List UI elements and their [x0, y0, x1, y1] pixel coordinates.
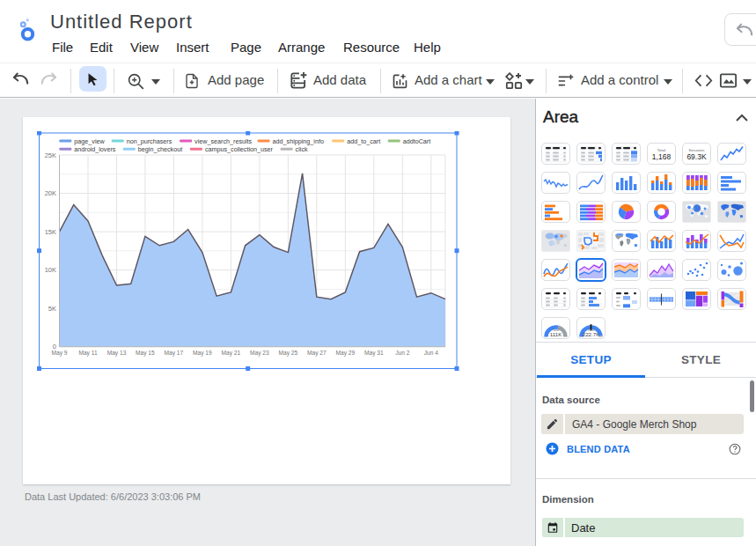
svg-text:non_purchasers: non_purchasers — [127, 137, 172, 145]
svg-text:May 11: May 11 — [78, 350, 97, 357]
svg-text:May 15: May 15 — [136, 350, 155, 357]
svg-text:May 13: May 13 — [107, 350, 127, 357]
svg-text:Total: Total — [657, 148, 665, 152]
svg-text:May 21: May 21 — [222, 350, 241, 357]
svg-text:222.7K: 222.7K — [583, 331, 600, 337]
svg-text:May 31: May 31 — [364, 350, 384, 357]
svg-text:add_to_cart: add_to_cart — [347, 137, 380, 145]
svg-text:android_lovers: android_lovers — [74, 145, 116, 153]
svg-text:begin_checkout: begin_checkout — [138, 145, 182, 153]
svg-text:69.3K: 69.3K — [686, 152, 707, 161]
svg-text:May 9: May 9 — [52, 350, 68, 357]
svg-text:Jun 2: Jun 2 — [395, 350, 409, 356]
svg-text:click: click — [296, 145, 308, 153]
svg-text:15K: 15K — [45, 228, 56, 236]
svg-text:10K: 10K — [45, 266, 56, 274]
svg-text:campus_collection_user: campus_collection_user — [205, 145, 274, 153]
svg-text:view_search_results: view_search_results — [195, 137, 253, 145]
svg-text:May 23: May 23 — [250, 350, 269, 357]
svg-text:May 29: May 29 — [335, 350, 355, 357]
svg-text:page_view: page_view — [74, 137, 105, 145]
svg-text:Sessions: Sessions — [689, 148, 706, 152]
svg-text:May 17: May 17 — [165, 350, 184, 357]
svg-text:add_shipping_info: add_shipping_info — [273, 137, 324, 145]
svg-text:111K: 111K — [550, 331, 562, 337]
svg-text:20K: 20K — [45, 189, 56, 197]
svg-text:25K: 25K — [45, 151, 56, 159]
svg-text:Jun 4: Jun 4 — [424, 350, 438, 356]
svg-text:5K: 5K — [48, 305, 56, 313]
svg-text:addtoCart: addtoCart — [403, 137, 431, 145]
svg-text:1,168: 1,168 — [652, 152, 672, 161]
svg-text:May 19: May 19 — [193, 350, 212, 357]
svg-text:May 25: May 25 — [279, 350, 298, 357]
svg-text:May 27: May 27 — [307, 350, 327, 357]
